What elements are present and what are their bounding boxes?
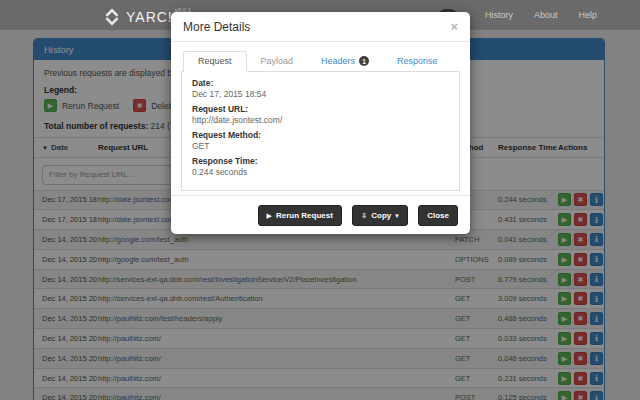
tab-headers[interactable]: Headers 1 (307, 51, 383, 72)
more-details-modal: More Details × Request Payload Headers 1… (171, 12, 470, 234)
field-value: http://date.jsontest.com/ (192, 115, 449, 126)
nav-item-history[interactable]: History (485, 10, 513, 20)
field-label: Request Method: (192, 130, 449, 141)
modal-title: More Details (183, 20, 250, 34)
detail-field: Request URL: http://date.jsontest.com/ (192, 104, 449, 127)
download-icon: ⇩ (361, 212, 367, 219)
tab-response[interactable]: Response (383, 51, 452, 72)
field-value: 0.244 seconds (192, 167, 449, 178)
field-label: Request URL: (192, 104, 449, 115)
nav-item-help[interactable]: Help (578, 10, 597, 20)
app-window: YARC! v0.0.1 19 ▾ History About Help His… (0, 0, 640, 400)
detail-field: Date: Dec 17, 2015 18:54 (192, 78, 449, 101)
play-icon: ▶ (267, 212, 272, 219)
copy-dropdown-button[interactable]: ⇩ Copy ▾ (352, 205, 407, 226)
field-value: Dec 17, 2015 18:54 (192, 89, 449, 100)
request-tab-pane: Date: Dec 17, 2015 18:54 Request URL: ht… (181, 72, 460, 191)
detail-field: Response Time: 0.244 seconds (192, 156, 449, 179)
rerun-request-modal-button[interactable]: ▶ Rerun Request (258, 205, 342, 226)
yarc-logo-icon (103, 8, 121, 26)
headers-count-badge: 1 (359, 56, 369, 66)
tab-request[interactable]: Request (183, 51, 247, 72)
detail-field: Request Method: GET (192, 130, 449, 153)
field-value: GET (192, 141, 449, 152)
field-label: Date: (192, 78, 449, 89)
modal-body: Request Payload Headers 1 Response Date:… (171, 42, 470, 195)
chevron-down-icon: ▾ (395, 212, 399, 219)
close-icon[interactable]: × (450, 22, 458, 32)
field-label: Response Time: (192, 156, 449, 167)
tab-payload[interactable]: Payload (247, 51, 308, 72)
modal-header: More Details × (171, 12, 470, 42)
close-button[interactable]: Close (418, 205, 458, 226)
modal-footer: ▶ Rerun Request ⇩ Copy ▾ Close (171, 195, 470, 234)
nav-item-about[interactable]: About (534, 10, 558, 20)
modal-tabs: Request Payload Headers 1 Response (181, 51, 460, 72)
app-title: YARC! (126, 9, 173, 25)
